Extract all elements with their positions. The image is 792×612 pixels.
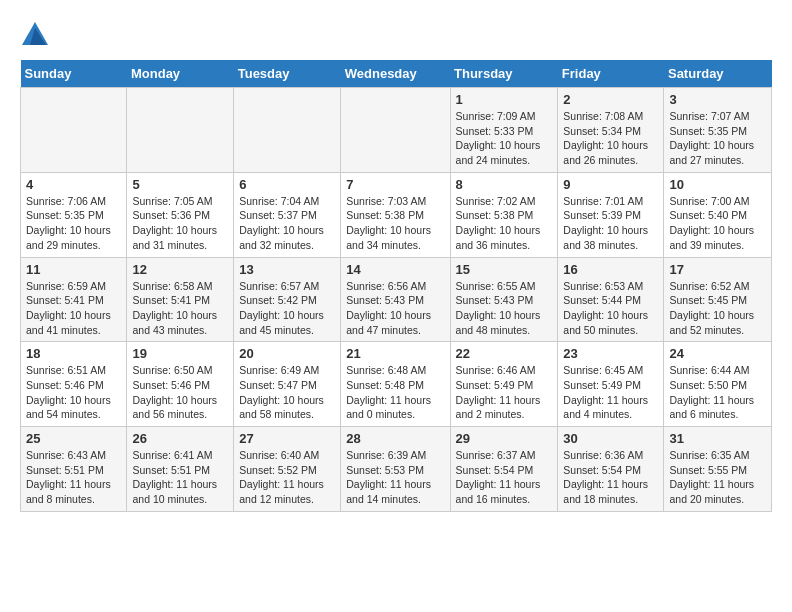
calendar-cell: 3Sunrise: 7:07 AM Sunset: 5:35 PM Daylig…: [664, 88, 772, 173]
calendar-cell: [234, 88, 341, 173]
day-number: 30: [563, 431, 658, 446]
calendar-cell: 12Sunrise: 6:58 AM Sunset: 5:41 PM Dayli…: [127, 257, 234, 342]
day-number: 11: [26, 262, 121, 277]
day-number: 20: [239, 346, 335, 361]
day-number: 1: [456, 92, 553, 107]
day-number: 22: [456, 346, 553, 361]
day-number: 14: [346, 262, 444, 277]
day-number: 10: [669, 177, 766, 192]
day-number: 26: [132, 431, 228, 446]
day-info: Sunrise: 7:01 AM Sunset: 5:39 PM Dayligh…: [563, 194, 658, 253]
day-number: 27: [239, 431, 335, 446]
calendar-week-row: 18Sunrise: 6:51 AM Sunset: 5:46 PM Dayli…: [21, 342, 772, 427]
day-info: Sunrise: 6:53 AM Sunset: 5:44 PM Dayligh…: [563, 279, 658, 338]
day-number: 2: [563, 92, 658, 107]
day-info: Sunrise: 6:50 AM Sunset: 5:46 PM Dayligh…: [132, 363, 228, 422]
calendar-cell: 1Sunrise: 7:09 AM Sunset: 5:33 PM Daylig…: [450, 88, 558, 173]
day-info: Sunrise: 7:03 AM Sunset: 5:38 PM Dayligh…: [346, 194, 444, 253]
calendar-cell: 6Sunrise: 7:04 AM Sunset: 5:37 PM Daylig…: [234, 172, 341, 257]
day-number: 21: [346, 346, 444, 361]
day-number: 23: [563, 346, 658, 361]
calendar-cell: 7Sunrise: 7:03 AM Sunset: 5:38 PM Daylig…: [341, 172, 450, 257]
calendar-cell: 19Sunrise: 6:50 AM Sunset: 5:46 PM Dayli…: [127, 342, 234, 427]
calendar-cell: 10Sunrise: 7:00 AM Sunset: 5:40 PM Dayli…: [664, 172, 772, 257]
day-number: 9: [563, 177, 658, 192]
calendar-cell: 28Sunrise: 6:39 AM Sunset: 5:53 PM Dayli…: [341, 427, 450, 512]
calendar-week-row: 11Sunrise: 6:59 AM Sunset: 5:41 PM Dayli…: [21, 257, 772, 342]
day-info: Sunrise: 6:45 AM Sunset: 5:49 PM Dayligh…: [563, 363, 658, 422]
calendar-week-row: 4Sunrise: 7:06 AM Sunset: 5:35 PM Daylig…: [21, 172, 772, 257]
calendar-cell: 16Sunrise: 6:53 AM Sunset: 5:44 PM Dayli…: [558, 257, 664, 342]
calendar-cell: 22Sunrise: 6:46 AM Sunset: 5:49 PM Dayli…: [450, 342, 558, 427]
day-number: 15: [456, 262, 553, 277]
day-info: Sunrise: 7:04 AM Sunset: 5:37 PM Dayligh…: [239, 194, 335, 253]
calendar-cell: [127, 88, 234, 173]
day-info: Sunrise: 6:44 AM Sunset: 5:50 PM Dayligh…: [669, 363, 766, 422]
day-info: Sunrise: 6:59 AM Sunset: 5:41 PM Dayligh…: [26, 279, 121, 338]
calendar-cell: 14Sunrise: 6:56 AM Sunset: 5:43 PM Dayli…: [341, 257, 450, 342]
calendar-cell: 25Sunrise: 6:43 AM Sunset: 5:51 PM Dayli…: [21, 427, 127, 512]
calendar-cell: 27Sunrise: 6:40 AM Sunset: 5:52 PM Dayli…: [234, 427, 341, 512]
calendar-cell: 30Sunrise: 6:36 AM Sunset: 5:54 PM Dayli…: [558, 427, 664, 512]
day-number: 16: [563, 262, 658, 277]
calendar-cell: 18Sunrise: 6:51 AM Sunset: 5:46 PM Dayli…: [21, 342, 127, 427]
day-number: 24: [669, 346, 766, 361]
calendar-week-row: 25Sunrise: 6:43 AM Sunset: 5:51 PM Dayli…: [21, 427, 772, 512]
day-info: Sunrise: 6:36 AM Sunset: 5:54 PM Dayligh…: [563, 448, 658, 507]
day-info: Sunrise: 6:41 AM Sunset: 5:51 PM Dayligh…: [132, 448, 228, 507]
calendar-cell: 24Sunrise: 6:44 AM Sunset: 5:50 PM Dayli…: [664, 342, 772, 427]
calendar-header: SundayMondayTuesdayWednesdayThursdayFrid…: [21, 60, 772, 88]
calendar-cell: 8Sunrise: 7:02 AM Sunset: 5:38 PM Daylig…: [450, 172, 558, 257]
day-header: Saturday: [664, 60, 772, 88]
day-header: Sunday: [21, 60, 127, 88]
calendar-cell: 26Sunrise: 6:41 AM Sunset: 5:51 PM Dayli…: [127, 427, 234, 512]
calendar-cell: 29Sunrise: 6:37 AM Sunset: 5:54 PM Dayli…: [450, 427, 558, 512]
days-of-week-row: SundayMondayTuesdayWednesdayThursdayFrid…: [21, 60, 772, 88]
day-header: Wednesday: [341, 60, 450, 88]
day-info: Sunrise: 6:39 AM Sunset: 5:53 PM Dayligh…: [346, 448, 444, 507]
day-info: Sunrise: 6:43 AM Sunset: 5:51 PM Dayligh…: [26, 448, 121, 507]
calendar-week-row: 1Sunrise: 7:09 AM Sunset: 5:33 PM Daylig…: [21, 88, 772, 173]
calendar-cell: 21Sunrise: 6:48 AM Sunset: 5:48 PM Dayli…: [341, 342, 450, 427]
day-info: Sunrise: 6:58 AM Sunset: 5:41 PM Dayligh…: [132, 279, 228, 338]
calendar-cell: 17Sunrise: 6:52 AM Sunset: 5:45 PM Dayli…: [664, 257, 772, 342]
day-info: Sunrise: 6:52 AM Sunset: 5:45 PM Dayligh…: [669, 279, 766, 338]
calendar-cell: 11Sunrise: 6:59 AM Sunset: 5:41 PM Dayli…: [21, 257, 127, 342]
day-header: Tuesday: [234, 60, 341, 88]
day-number: 13: [239, 262, 335, 277]
calendar-cell: 31Sunrise: 6:35 AM Sunset: 5:55 PM Dayli…: [664, 427, 772, 512]
day-header: Monday: [127, 60, 234, 88]
day-info: Sunrise: 7:05 AM Sunset: 5:36 PM Dayligh…: [132, 194, 228, 253]
day-info: Sunrise: 6:40 AM Sunset: 5:52 PM Dayligh…: [239, 448, 335, 507]
day-number: 8: [456, 177, 553, 192]
calendar-cell: [341, 88, 450, 173]
day-info: Sunrise: 7:07 AM Sunset: 5:35 PM Dayligh…: [669, 109, 766, 168]
logo: [20, 20, 54, 50]
day-number: 19: [132, 346, 228, 361]
day-info: Sunrise: 7:08 AM Sunset: 5:34 PM Dayligh…: [563, 109, 658, 168]
day-info: Sunrise: 6:37 AM Sunset: 5:54 PM Dayligh…: [456, 448, 553, 507]
calendar-cell: 4Sunrise: 7:06 AM Sunset: 5:35 PM Daylig…: [21, 172, 127, 257]
calendar-cell: 20Sunrise: 6:49 AM Sunset: 5:47 PM Dayli…: [234, 342, 341, 427]
calendar-cell: 15Sunrise: 6:55 AM Sunset: 5:43 PM Dayli…: [450, 257, 558, 342]
day-number: 4: [26, 177, 121, 192]
day-info: Sunrise: 7:09 AM Sunset: 5:33 PM Dayligh…: [456, 109, 553, 168]
day-info: Sunrise: 6:55 AM Sunset: 5:43 PM Dayligh…: [456, 279, 553, 338]
day-info: Sunrise: 6:57 AM Sunset: 5:42 PM Dayligh…: [239, 279, 335, 338]
day-info: Sunrise: 6:56 AM Sunset: 5:43 PM Dayligh…: [346, 279, 444, 338]
day-header: Friday: [558, 60, 664, 88]
calendar-cell: 23Sunrise: 6:45 AM Sunset: 5:49 PM Dayli…: [558, 342, 664, 427]
calendar-table: SundayMondayTuesdayWednesdayThursdayFrid…: [20, 60, 772, 512]
calendar-cell: [21, 88, 127, 173]
day-info: Sunrise: 7:02 AM Sunset: 5:38 PM Dayligh…: [456, 194, 553, 253]
day-number: 29: [456, 431, 553, 446]
calendar-body: 1Sunrise: 7:09 AM Sunset: 5:33 PM Daylig…: [21, 88, 772, 512]
day-info: Sunrise: 7:06 AM Sunset: 5:35 PM Dayligh…: [26, 194, 121, 253]
day-number: 25: [26, 431, 121, 446]
calendar-cell: 13Sunrise: 6:57 AM Sunset: 5:42 PM Dayli…: [234, 257, 341, 342]
day-number: 3: [669, 92, 766, 107]
calendar-cell: 5Sunrise: 7:05 AM Sunset: 5:36 PM Daylig…: [127, 172, 234, 257]
day-info: Sunrise: 6:35 AM Sunset: 5:55 PM Dayligh…: [669, 448, 766, 507]
day-info: Sunrise: 6:48 AM Sunset: 5:48 PM Dayligh…: [346, 363, 444, 422]
day-info: Sunrise: 6:46 AM Sunset: 5:49 PM Dayligh…: [456, 363, 553, 422]
